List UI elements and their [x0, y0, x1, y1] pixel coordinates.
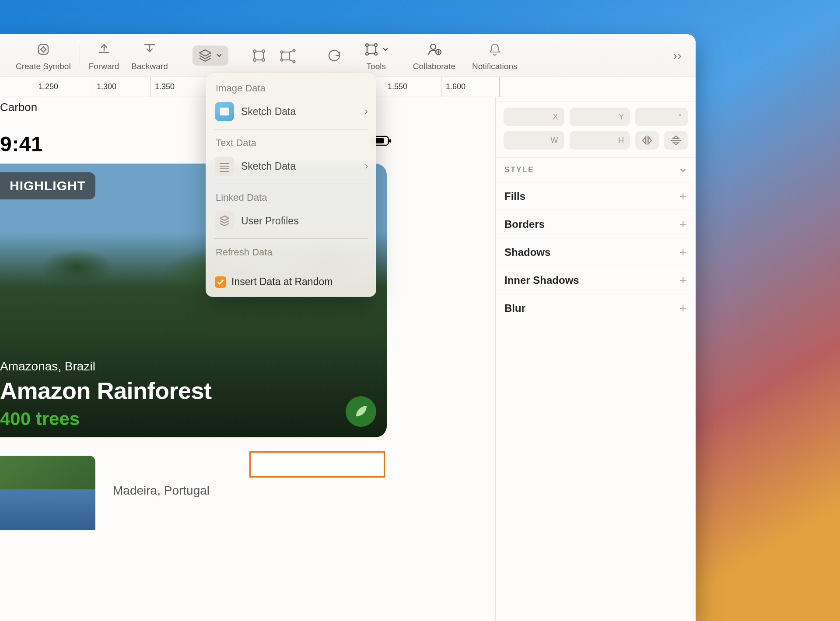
- menu-item-refresh-data[interactable]: Refresh Data: [206, 243, 376, 262]
- plus-icon[interactable]: +: [679, 245, 687, 260]
- plus-icon[interactable]: +: [679, 189, 687, 204]
- style-row-label: Blur: [504, 302, 525, 314]
- angle-input[interactable]: °: [635, 108, 688, 126]
- group-tool[interactable]: [245, 34, 273, 77]
- chevron-right-icon: ›: [365, 106, 368, 117]
- data-popover: Image Data Sketch Data › Text Data Sketc…: [206, 73, 376, 297]
- w-input[interactable]: W: [504, 131, 564, 150]
- toolbar: Create Symbol Forward Backward: [0, 34, 696, 77]
- ruler-tick: 1.600: [441, 77, 500, 97]
- x-input[interactable]: X: [504, 108, 564, 126]
- y-input[interactable]: Y: [570, 108, 630, 126]
- svg-point-14: [374, 44, 377, 46]
- style-row-fills[interactable]: Fills +: [496, 182, 696, 210]
- separator: [214, 267, 368, 267]
- backward-tool[interactable]: Backward: [125, 34, 174, 77]
- ruler-tick: 1.350: [150, 77, 209, 97]
- hero-location: Amazonas, Brazil: [0, 359, 95, 373]
- menu-item-label: Sketch Data: [241, 160, 296, 172]
- svg-point-7: [280, 51, 283, 53]
- separator: [214, 129, 368, 129]
- collaborate-label: Collaborate: [413, 62, 455, 71]
- selected-text-layer[interactable]: [249, 451, 385, 478]
- overflow-button[interactable]: ››: [665, 48, 690, 63]
- popover-section-image: Image Data: [206, 79, 376, 98]
- svg-point-8: [280, 59, 283, 61]
- menu-item-sketch-text-data[interactable]: Sketch Data ›: [206, 153, 376, 179]
- diamond-icon: [35, 40, 52, 59]
- tools-dropdown[interactable]: Tools: [358, 34, 395, 77]
- svg-point-5: [262, 59, 265, 61]
- hero-title: Amazon Rainforest: [0, 377, 212, 404]
- menu-item-sketch-image-data[interactable]: Sketch Data ›: [206, 98, 376, 125]
- collaborate-icon: [425, 40, 443, 59]
- flip-vertical-icon[interactable]: [664, 131, 688, 150]
- style-row-shadows[interactable]: Shadows +: [496, 238, 696, 266]
- chevron-right-icon: ›: [365, 160, 368, 172]
- layers-icon: [198, 48, 213, 63]
- collaborate-tool[interactable]: Collaborate: [407, 34, 462, 77]
- menu-item-label: User Profiles: [241, 215, 299, 227]
- svg-point-16: [374, 52, 377, 55]
- inspector-panel: X Y ° W H STYLE Fills + Borders + Shadow…: [495, 77, 696, 621]
- move-backward-icon: [142, 40, 157, 59]
- chevron-down-icon: [679, 166, 687, 174]
- leaf-icon: [346, 396, 376, 427]
- svg-rect-0: [38, 45, 48, 54]
- dimension-inputs: X Y ° W H: [496, 101, 696, 158]
- toolbar-separator: [80, 45, 80, 66]
- style-row-label: Shadows: [504, 246, 550, 258]
- ruler-tick: 1.250: [34, 77, 92, 97]
- tools-label: Tools: [367, 62, 386, 71]
- svg-point-3: [262, 50, 265, 52]
- menu-item-insert-random[interactable]: Insert Data at Random: [206, 272, 376, 292]
- chevron-down-icon: [216, 52, 222, 59]
- ruler-tick: 1.300: [92, 77, 150, 97]
- style-row-blur[interactable]: Blur +: [496, 294, 696, 322]
- popover-section-linked: Linked Data: [206, 188, 376, 208]
- card-thumbnail[interactable]: [0, 456, 95, 530]
- style-header-label: STYLE: [504, 165, 534, 174]
- ruler-tick: 1.550: [383, 77, 441, 97]
- style-row-borders[interactable]: Borders +: [496, 210, 696, 238]
- hero-tree-count: 400 trees: [0, 408, 80, 429]
- plus-icon[interactable]: +: [679, 273, 687, 288]
- checkbox-checked-icon: [215, 276, 226, 288]
- svg-rect-21: [389, 139, 391, 143]
- detach-tool[interactable]: [273, 34, 303, 77]
- photo-icon: [215, 102, 234, 121]
- artboard-label[interactable]: Carbon: [0, 101, 37, 114]
- bounding-box-icon: [364, 40, 388, 59]
- text-lines-icon: [215, 157, 234, 176]
- layers-icon: [215, 211, 234, 230]
- style-header[interactable]: STYLE: [496, 158, 696, 182]
- svg-rect-12: [367, 45, 376, 54]
- highlight-badge: HIGHLIGHT: [0, 172, 95, 199]
- move-forward-icon: [97, 40, 112, 59]
- svg-point-17: [430, 44, 436, 49]
- svg-point-15: [366, 52, 368, 55]
- rotate-tool[interactable]: [320, 34, 348, 77]
- create-symbol-tool[interactable]: Create Symbol: [10, 34, 77, 77]
- h-input[interactable]: H: [570, 131, 630, 150]
- svg-rect-1: [255, 51, 263, 60]
- forward-tool[interactable]: Forward: [83, 34, 126, 77]
- notifications-label: Notifications: [472, 62, 518, 71]
- plus-icon[interactable]: +: [679, 217, 687, 232]
- notifications-tool[interactable]: Notifications: [466, 34, 524, 77]
- create-symbol-label: Create Symbol: [16, 62, 71, 71]
- app-window: Create Symbol Forward Backward: [0, 34, 696, 621]
- bell-icon: [487, 40, 502, 59]
- device-time: 9:41: [0, 132, 43, 156]
- svg-point-4: [253, 59, 256, 61]
- style-row-inner-shadows[interactable]: Inner Shadows +: [496, 266, 696, 294]
- menu-item-user-profiles[interactable]: User Profiles: [206, 208, 376, 234]
- flip-horizontal-icon[interactable]: [635, 131, 659, 150]
- popover-section-text: Text Data: [206, 134, 376, 153]
- separator: [214, 238, 368, 239]
- plus-icon[interactable]: +: [679, 301, 687, 316]
- style-row-label: Inner Shadows: [504, 274, 579, 286]
- card-location: Madeira, Portugal: [113, 484, 210, 498]
- menu-item-label: Insert Data at Random: [231, 276, 332, 288]
- layers-dropdown[interactable]: [186, 34, 234, 77]
